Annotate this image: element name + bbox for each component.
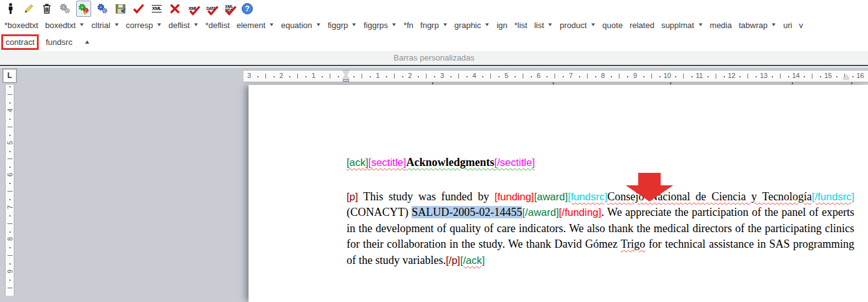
chevron-down-icon: ▼ [547,22,553,27]
doc-text-part: (CONACYT) [347,206,412,218]
ruler-tick [9,280,11,281]
tag-button-figgrps[interactable]: figgrps▼ [363,21,397,30]
ruler-number: 7 [569,72,573,79]
right-indent-marker[interactable] [843,75,849,79]
tag-button-deflist[interactable]: deflist▼ [169,21,199,30]
tag-button-label: boxedtxt [45,21,76,30]
tag-button-quote[interactable]: quote [603,21,623,30]
ruler-tick [466,76,468,77]
xml-pdf-check-icon[interactable]: XMLPDF [222,1,236,16]
chevron-down-icon: ▼ [79,22,85,27]
chevron-down-icon: ▼ [484,22,490,27]
xml-check-icon[interactable]: XML [186,1,200,16]
tag-button-fn[interactable]: *fn [403,21,413,30]
save-export-icon[interactable] [114,1,127,16]
xml-icon[interactable]: XML [150,1,164,16]
tag-button-figgrp[interactable]: figgrp▼ [328,21,357,30]
ruler-number: 7 [6,205,14,209]
ruler-number: 1 [312,72,315,79]
ruler-tick [297,74,298,79]
ruler-number: 11 [696,72,703,79]
xml-tag: [sectitle] [368,157,407,168]
gears-green-icon[interactable] [76,1,91,17]
ruler-number: 8 [6,237,14,241]
edit-pencil-icon[interactable] [22,1,36,16]
ruler-tick [619,74,619,79]
tab-stop-mark [851,82,852,84]
first-line-indent-marker[interactable] [343,71,349,75]
xml-tag: [/fundsrc] [812,191,854,202]
ruler-tick [450,76,451,77]
tab-selector-button[interactable]: L [2,69,17,83]
tag-button-related[interactable]: related [629,21,654,30]
ruler-tick [9,151,11,152]
ruler-tick [289,76,290,77]
gears-blue-icon[interactable] [96,1,109,16]
chevron-down-icon: ▼ [156,22,162,27]
tab-stop-mark [553,82,554,84]
hanging-indent-marker[interactable] [343,75,349,79]
chevron-down-icon: ▼ [698,22,704,27]
doc-text-part: Acknowledgments [406,156,494,168]
tag-button-uri[interactable]: uri [783,21,792,30]
help-icon[interactable]: ? [240,1,254,16]
tag-button-ign[interactable]: ign [496,21,507,30]
tag-button-graphic[interactable]: graphic▼ [455,21,490,30]
tag-button-contract[interactable]: contract [1,34,39,50]
tag-button-tabwrap[interactable]: tabwrap▼ [739,21,776,30]
tag-button-label: fngrp [420,21,439,30]
ruler-tick [353,76,355,77]
data-check-icon[interactable]: DATA [204,1,218,16]
tag-button-label: cltrial [91,21,110,30]
tag-button-label: corresp [126,21,153,30]
remove-x-icon[interactable] [168,1,182,16]
ruler-tick [482,76,483,77]
person-icon[interactable] [4,1,17,16]
ruler-tick [7,255,12,256]
tag-button-v[interactable]: v [799,21,804,30]
delete-trash-icon[interactable] [40,1,54,16]
gears-grey-icon[interactable] [58,1,72,16]
tag-button-label: media [710,21,732,30]
tag-button-label: *boxedtxt [4,21,38,30]
tag-button-list[interactable]: list▼ [534,21,553,30]
tag-button-fundsrc[interactable]: fundsrc [46,37,72,47]
tag-button-equation[interactable]: equation▼ [281,21,321,30]
tag-button-corresp[interactable]: corresp▼ [126,21,162,30]
tag-button-label: *deflist [205,21,230,30]
collapse-toolbar-icon[interactable]: ▲ [84,39,91,45]
ruler-tick [7,288,12,288]
tag-button-boxedtxt[interactable]: boxedtxt▼ [45,21,84,30]
ruler-tick [322,76,323,77]
ruler-tick [274,76,275,77]
tag-button-product[interactable]: product▼ [560,21,595,30]
tag-button-label: fundsrc [46,37,72,47]
ruler-number: 16 [856,72,864,79]
document-text: [ack][sectitle]Acknowledgments[/sectitle… [347,155,854,268]
left-indent-marker[interactable] [343,79,349,82]
chevron-down-icon: ▼ [315,22,322,27]
tag-button-cltrial[interactable]: cltrial▼ [91,21,119,30]
tag-button-label: element [237,21,265,30]
tag-button-media[interactable]: media [710,21,732,30]
tag-button-fngrp[interactable]: fngrp▼ [420,21,448,30]
ruler-number: 4 [6,109,14,112]
ruler-tick [402,76,403,77]
chevron-down-icon: ▼ [351,22,357,27]
ruler-tick [579,76,580,77]
ruler-number: 13 [760,72,767,79]
document-page[interactable]: [ack][sectitle]Acknowledgments[/sectitle… [249,85,868,302]
tag-button-deflist[interactable]: *deflist [205,21,230,30]
xml-tag: [/sectitle] [494,157,535,168]
ruler-number: 6 [536,72,540,79]
validate-check-icon[interactable] [132,1,145,16]
tag-button-list[interactable]: *list [515,21,528,30]
ruler-tick [257,76,259,77]
tag-button-label: contract [6,37,34,47]
ruler-tick [812,74,812,79]
tag-button-supplmat[interactable]: supplmat▼ [661,21,703,30]
tag-button-boxedtxt[interactable]: *boxedtxt [4,21,38,30]
tab-stop-mark [432,82,433,84]
ruler-tick [643,76,644,77]
tag-button-element[interactable]: element▼ [237,21,274,30]
